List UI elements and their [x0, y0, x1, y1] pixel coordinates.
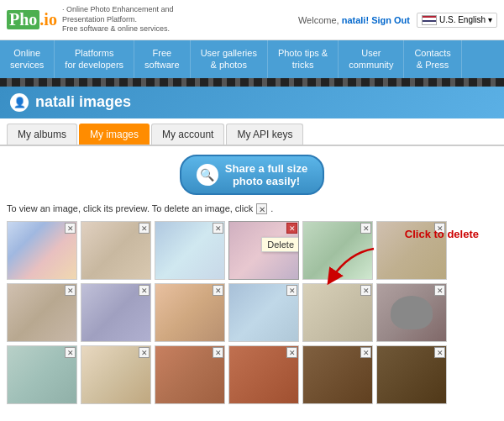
delete-arrow — [315, 245, 382, 287]
click-to-delete-label: Click to delete — [405, 228, 479, 240]
nav-contacts[interactable]: Contacts& Press — [404, 40, 461, 78]
user-banner: 👤 natali images — [0, 87, 504, 118]
image-cell[interactable]: ✕ — [155, 345, 225, 404]
image-cell-active[interactable]: ✕ Delete — [228, 221, 299, 280]
image-cell[interactable]: ✕ — [228, 283, 299, 342]
image-cell[interactable]: ✕ — [81, 345, 151, 404]
chevron-down-icon: ▾ — [488, 15, 492, 24]
image-cell[interactable]: ✕ — [228, 345, 299, 404]
image-cell[interactable]: ✕ — [155, 221, 225, 280]
image-cell[interactable]: ✕ — [302, 283, 373, 342]
delete-button[interactable]: ✕ — [139, 223, 150, 234]
delete-button[interactable]: ✕ — [213, 347, 223, 358]
share-area: 🔍 Share a full size photo easily! — [0, 146, 504, 200]
header-right: Welcome, natali! Sign Out U.S. English ▾ — [298, 13, 497, 28]
welcome-text: Welcome, natali! Sign Out — [298, 15, 410, 25]
tab-my-images[interactable]: My images — [79, 124, 150, 145]
image-cell[interactable]: ✕ — [81, 221, 151, 280]
delete-button[interactable]: ✕ — [65, 223, 76, 234]
nav-free-software[interactable]: Freesoftware — [134, 40, 191, 78]
delete-tooltip[interactable]: Delete — [261, 237, 299, 252]
tab-bar: My albums My images My account My API ke… — [0, 118, 504, 146]
images-area: Click to delete ✕ ✕ ✕ ✕ Delete ✕ — [0, 221, 504, 416]
image-row-3: ✕ ✕ ✕ ✕ ✕ ✕ — [7, 345, 497, 404]
tab-my-account[interactable]: My account — [151, 124, 224, 145]
navigation: Onlineservices Platformsfor developers F… — [0, 40, 504, 78]
user-icon: 👤 — [10, 93, 29, 112]
delete-button[interactable]: ✕ — [139, 285, 150, 296]
image-cell[interactable]: ✕ — [376, 283, 447, 342]
search-icon: 🔍 — [197, 164, 218, 186]
nav-online-services[interactable]: Onlineservices — [0, 40, 55, 78]
delete-button[interactable]: ✕ — [434, 285, 445, 296]
delete-button[interactable]: ✕ — [286, 347, 297, 358]
tab-my-api-keys[interactable]: My API keys — [226, 124, 303, 145]
banner-title: natali images — [35, 93, 131, 111]
nav-user-community[interactable]: Usercommunity — [339, 40, 404, 78]
delete-button[interactable]: ✕ — [139, 347, 150, 358]
image-row-2: ✕ ✕ ✕ ✕ ✕ ✕ — [7, 283, 497, 342]
delete-button[interactable]: ✕ — [65, 347, 76, 358]
delete-button[interactable]: ✕ — [65, 285, 76, 296]
us-flag-icon — [422, 15, 437, 25]
filmstrip-decoration — [0, 78, 504, 87]
tab-my-albums[interactable]: My albums — [7, 124, 77, 145]
language-selector[interactable]: U.S. English ▾ — [417, 13, 497, 28]
logo-pho: Pho — [7, 10, 39, 29]
image-cell[interactable]: ✕ — [155, 283, 225, 342]
image-cell[interactable]: ✕ — [81, 283, 151, 342]
image-cell[interactable]: ✕ — [302, 345, 373, 404]
nav-photo-tips[interactable]: Photo tips &tricks — [268, 40, 339, 78]
delete-button[interactable]: ✕ — [286, 223, 297, 234]
image-cell[interactable]: ✕ — [7, 221, 77, 280]
delete-button[interactable]: ✕ — [360, 347, 371, 358]
delete-button[interactable]: ✕ — [360, 223, 371, 234]
nav-platforms[interactable]: Platformsfor developers — [55, 40, 134, 78]
image-cell[interactable]: ✕ — [7, 345, 77, 404]
delete-button[interactable]: ✕ — [434, 347, 445, 358]
logo: Pho.io · Online Photo Enhancement and Pr… — [7, 5, 213, 34]
delete-button[interactable]: ✕ — [213, 285, 223, 296]
share-button-label: Share a full size photo easily! — [225, 162, 307, 187]
image-cell[interactable]: ✕ — [376, 345, 447, 404]
header: Pho.io · Online Photo Enhancement and Pr… — [0, 0, 504, 40]
instruction-text: To view an image, click its preview. To … — [0, 200, 504, 221]
sign-out-link[interactable]: Sign Out — [371, 15, 410, 25]
nav-user-galleries[interactable]: User galleries& photos — [191, 40, 268, 78]
delete-x-icon: ✕ — [256, 203, 267, 214]
share-button[interactable]: 🔍 Share a full size photo easily! — [180, 155, 324, 195]
delete-button[interactable]: ✕ — [286, 285, 297, 296]
image-cell[interactable]: ✕ — [7, 283, 77, 342]
delete-button[interactable]: ✕ — [213, 223, 223, 234]
logo-dot-io: .io — [39, 10, 57, 29]
username-link[interactable]: natali! — [342, 15, 369, 25]
logo-tagline: · Online Photo Enhancement and Presentat… — [62, 5, 213, 34]
